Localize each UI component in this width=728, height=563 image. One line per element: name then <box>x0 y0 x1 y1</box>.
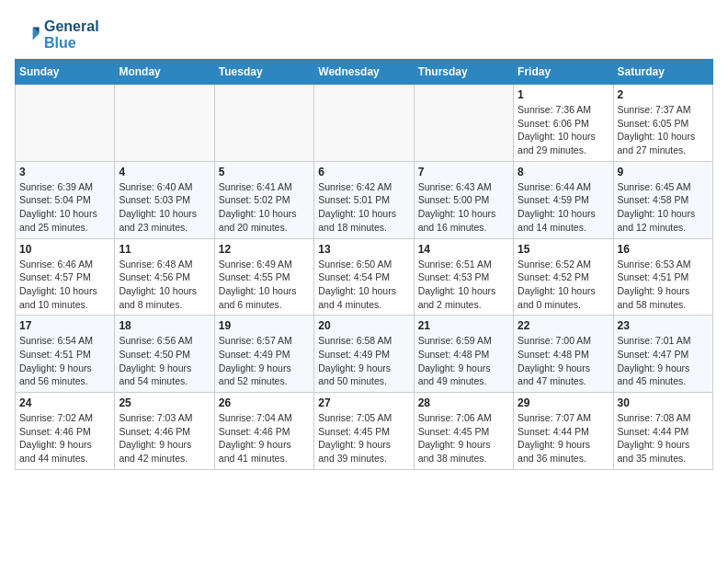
day-number: 16 <box>618 243 709 256</box>
day-number: 6 <box>318 166 409 178</box>
day-info: Sunrise: 6:46 AM Sunset: 4:57 PM Dayligh… <box>19 258 110 312</box>
weekday-thursday: Thursday <box>414 60 513 85</box>
calendar-cell: 12Sunrise: 6:49 AM Sunset: 4:55 PM Dayli… <box>214 238 313 316</box>
calendar-cell: 22Sunrise: 7:00 AM Sunset: 4:48 PM Dayli… <box>514 316 613 393</box>
day-number: 22 <box>518 319 609 332</box>
day-info: Sunrise: 7:37 AM Sunset: 6:05 PM Dayligh… <box>618 103 709 157</box>
week-row-5: 24Sunrise: 7:02 AM Sunset: 4:46 PM Dayli… <box>16 393 713 470</box>
day-number: 2 <box>618 88 709 101</box>
calendar-cell: 8Sunrise: 6:44 AM Sunset: 4:59 PM Daylig… <box>514 161 613 238</box>
calendar-cell <box>314 85 414 162</box>
day-number: 15 <box>518 243 609 256</box>
day-info: Sunrise: 6:50 AM Sunset: 4:54 PM Dayligh… <box>318 258 409 312</box>
calendar-cell: 21Sunrise: 6:59 AM Sunset: 4:48 PM Dayli… <box>414 316 513 393</box>
calendar-cell: 1Sunrise: 7:36 AM Sunset: 6:06 PM Daylig… <box>514 85 613 162</box>
day-info: Sunrise: 6:56 AM Sunset: 4:50 PM Dayligh… <box>119 334 210 388</box>
day-info: Sunrise: 6:51 AM Sunset: 4:53 PM Dayligh… <box>418 258 509 312</box>
calendar-cell: 6Sunrise: 6:42 AM Sunset: 5:01 PM Daylig… <box>314 161 414 238</box>
calendar-cell: 3Sunrise: 6:39 AM Sunset: 5:04 PM Daylig… <box>16 161 115 238</box>
calendar-cell: 9Sunrise: 6:45 AM Sunset: 4:58 PM Daylig… <box>613 161 712 238</box>
calendar-cell: 7Sunrise: 6:43 AM Sunset: 5:00 PM Daylig… <box>414 161 513 238</box>
calendar-cell: 23Sunrise: 7:01 AM Sunset: 4:47 PM Dayli… <box>613 316 712 393</box>
page-header: General Blue <box>15 15 713 52</box>
calendar-cell <box>115 85 214 162</box>
day-number: 24 <box>19 396 110 409</box>
calendar-cell: 14Sunrise: 6:51 AM Sunset: 4:53 PM Dayli… <box>414 238 513 316</box>
day-info: Sunrise: 6:44 AM Sunset: 4:59 PM Dayligh… <box>518 180 609 235</box>
logo-icon <box>15 22 40 48</box>
weekday-wednesday: Wednesday <box>314 60 414 85</box>
day-number: 4 <box>119 166 210 178</box>
day-info: Sunrise: 7:36 AM Sunset: 6:06 PM Dayligh… <box>518 103 609 157</box>
day-number: 29 <box>518 396 609 409</box>
calendar-cell: 19Sunrise: 6:57 AM Sunset: 4:49 PM Dayli… <box>214 316 313 393</box>
calendar-cell: 18Sunrise: 6:56 AM Sunset: 4:50 PM Dayli… <box>115 316 214 393</box>
day-number: 26 <box>219 396 310 409</box>
day-number: 7 <box>418 166 509 178</box>
day-number: 11 <box>119 243 210 256</box>
weekday-saturday: Saturday <box>613 60 712 85</box>
day-number: 1 <box>518 88 609 101</box>
calendar-cell: 20Sunrise: 6:58 AM Sunset: 4:49 PM Dayli… <box>314 316 414 393</box>
day-number: 3 <box>19 166 110 178</box>
weekday-tuesday: Tuesday <box>214 60 313 85</box>
calendar-cell: 16Sunrise: 6:53 AM Sunset: 4:51 PM Dayli… <box>613 238 712 316</box>
day-info: Sunrise: 6:49 AM Sunset: 4:55 PM Dayligh… <box>219 258 310 312</box>
weekday-friday: Friday <box>514 60 613 85</box>
calendar-cell: 10Sunrise: 6:46 AM Sunset: 4:57 PM Dayli… <box>16 238 115 316</box>
calendar-cell: 28Sunrise: 7:06 AM Sunset: 4:45 PM Dayli… <box>414 393 513 470</box>
day-info: Sunrise: 7:05 AM Sunset: 4:45 PM Dayligh… <box>318 411 409 465</box>
day-number: 17 <box>19 319 110 332</box>
day-info: Sunrise: 6:41 AM Sunset: 5:02 PM Dayligh… <box>219 180 310 235</box>
day-number: 19 <box>219 319 310 332</box>
day-info: Sunrise: 6:48 AM Sunset: 4:56 PM Dayligh… <box>119 258 210 312</box>
calendar-cell: 13Sunrise: 6:50 AM Sunset: 4:54 PM Dayli… <box>314 238 414 316</box>
weekday-monday: Monday <box>115 60 214 85</box>
calendar-cell: 27Sunrise: 7:05 AM Sunset: 4:45 PM Dayli… <box>314 393 414 470</box>
day-info: Sunrise: 7:07 AM Sunset: 4:44 PM Dayligh… <box>518 411 609 465</box>
week-row-1: 1Sunrise: 7:36 AM Sunset: 6:06 PM Daylig… <box>16 85 713 162</box>
day-info: Sunrise: 6:53 AM Sunset: 4:51 PM Dayligh… <box>618 258 709 312</box>
week-row-3: 10Sunrise: 6:46 AM Sunset: 4:57 PM Dayli… <box>16 238 713 316</box>
day-info: Sunrise: 7:04 AM Sunset: 4:46 PM Dayligh… <box>219 411 310 465</box>
logo: General Blue <box>15 18 99 52</box>
calendar-header: SundayMondayTuesdayWednesdayThursdayFrid… <box>16 60 713 85</box>
day-number: 21 <box>418 319 509 332</box>
day-number: 5 <box>219 166 310 178</box>
calendar-cell: 25Sunrise: 7:03 AM Sunset: 4:46 PM Dayli… <box>115 393 214 470</box>
day-info: Sunrise: 6:43 AM Sunset: 5:00 PM Dayligh… <box>418 180 509 235</box>
calendar-cell: 29Sunrise: 7:07 AM Sunset: 4:44 PM Dayli… <box>514 393 613 470</box>
day-info: Sunrise: 6:42 AM Sunset: 5:01 PM Dayligh… <box>318 180 409 235</box>
day-number: 12 <box>219 243 310 256</box>
day-number: 23 <box>618 319 709 332</box>
calendar-cell: 11Sunrise: 6:48 AM Sunset: 4:56 PM Dayli… <box>115 238 214 316</box>
day-info: Sunrise: 7:00 AM Sunset: 4:48 PM Dayligh… <box>518 334 609 388</box>
calendar-cell <box>16 85 115 162</box>
day-number: 27 <box>318 396 409 409</box>
calendar-cell: 4Sunrise: 6:40 AM Sunset: 5:03 PM Daylig… <box>115 161 214 238</box>
day-info: Sunrise: 6:59 AM Sunset: 4:48 PM Dayligh… <box>418 334 509 388</box>
day-number: 8 <box>518 166 609 178</box>
calendar-cell: 17Sunrise: 6:54 AM Sunset: 4:51 PM Dayli… <box>16 316 115 393</box>
day-info: Sunrise: 7:02 AM Sunset: 4:46 PM Dayligh… <box>19 411 110 465</box>
calendar-cell: 15Sunrise: 6:52 AM Sunset: 4:52 PM Dayli… <box>514 238 613 316</box>
calendar-table: SundayMondayTuesdayWednesdayThursdayFrid… <box>15 59 713 470</box>
week-row-2: 3Sunrise: 6:39 AM Sunset: 5:04 PM Daylig… <box>16 161 713 238</box>
day-number: 18 <box>119 319 210 332</box>
day-info: Sunrise: 6:52 AM Sunset: 4:52 PM Dayligh… <box>518 258 609 312</box>
calendar-cell: 2Sunrise: 7:37 AM Sunset: 6:05 PM Daylig… <box>613 85 712 162</box>
calendar-cell: 30Sunrise: 7:08 AM Sunset: 4:44 PM Dayli… <box>613 393 712 470</box>
day-info: Sunrise: 6:39 AM Sunset: 5:04 PM Dayligh… <box>19 180 110 235</box>
day-info: Sunrise: 6:58 AM Sunset: 4:49 PM Dayligh… <box>318 334 409 388</box>
calendar-cell <box>414 85 513 162</box>
day-number: 28 <box>418 396 509 409</box>
day-info: Sunrise: 7:06 AM Sunset: 4:45 PM Dayligh… <box>418 411 509 465</box>
calendar-cell: 5Sunrise: 6:41 AM Sunset: 5:02 PM Daylig… <box>214 161 313 238</box>
day-number: 30 <box>618 396 709 409</box>
day-number: 13 <box>318 243 409 256</box>
day-number: 20 <box>318 319 409 332</box>
weekday-sunday: Sunday <box>16 60 115 85</box>
day-number: 25 <box>119 396 210 409</box>
day-info: Sunrise: 7:03 AM Sunset: 4:46 PM Dayligh… <box>119 411 210 465</box>
day-info: Sunrise: 6:54 AM Sunset: 4:51 PM Dayligh… <box>19 334 110 388</box>
